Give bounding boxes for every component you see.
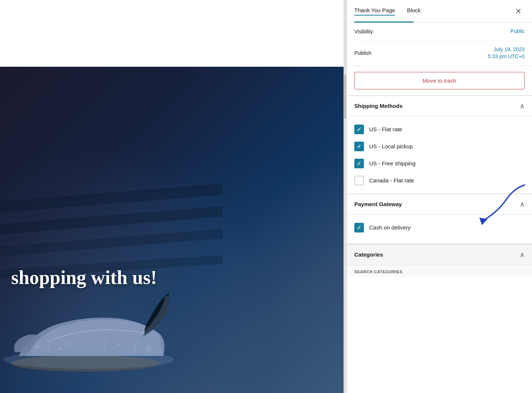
checkmark-icon: ✓ (357, 144, 361, 149)
editor-canvas: shopping with us! (0, 0, 344, 393)
payment-option-cash-on-delivery: ✓ Cash on delivery (354, 219, 525, 236)
close-button[interactable]: ✕ (512, 6, 525, 16)
categories-title: Categories (354, 251, 383, 258)
publish-value[interactable]: July 19, 2023 5:33 pm UTC+0 (488, 46, 525, 60)
payment-gateway-content: ✓ Cash on delivery (347, 215, 532, 244)
checkbox-us-free-shipping[interactable]: ✓ (354, 159, 364, 168)
svg-line-3 (0, 234, 223, 252)
label-us-free-shipping: US - Free shipping (369, 160, 416, 166)
editor-area: shopping with us! (0, 0, 344, 393)
sidebar: Thank You Page Block ✕ Visibility Public… (347, 0, 532, 393)
checkmark-icon: ✓ (357, 161, 361, 166)
shipping-option-us-flat-rate: ✓ US - Flat rate (354, 121, 525, 138)
checkmark-icon: ✓ (357, 127, 361, 132)
visibility-value[interactable]: Public (510, 28, 525, 35)
categories-section: Categories ∧ SEARCH CATEGORIES (347, 244, 532, 277)
sidebar-header: Thank You Page Block ✕ (347, 0, 532, 23)
svg-line-2 (0, 211, 223, 230)
publish-row: Publish July 19, 2023 5:33 pm UTC+0 (354, 41, 525, 66)
svg-point-10 (145, 346, 151, 351)
svg-point-6 (4, 350, 174, 369)
search-categories-label: SEARCH CATEGORIES (347, 265, 532, 277)
payment-gateway-section-header[interactable]: Payment Gateway ∧ (347, 194, 532, 215)
checkbox-us-local-pickup[interactable]: ✓ (354, 142, 364, 151)
publish-label: Publish (354, 50, 371, 56)
checkmark-icon: ✓ (357, 225, 361, 230)
shipping-option-us-free-shipping: ✓ US - Free shipping (354, 155, 525, 172)
tab-block[interactable]: Block (407, 7, 421, 16)
shipping-option-us-local-pickup: ✓ US - Local pickup (354, 138, 525, 155)
meta-section: Visibility Public Publish July 19, 2023 … (347, 23, 532, 66)
visibility-label: Visibility (354, 29, 373, 34)
checkbox-canada-flat-rate[interactable] (354, 176, 364, 185)
shipping-methods-section-header[interactable]: Shipping Methods ∧ (347, 96, 532, 116)
svg-point-9 (117, 343, 121, 347)
scrollbar[interactable] (344, 0, 347, 393)
label-us-local-pickup: US - Local pickup (369, 143, 413, 149)
checkbox-cash-on-delivery[interactable]: ✓ (354, 223, 364, 232)
svg-point-8 (65, 341, 68, 344)
label-us-flat-rate: US - Flat rate (369, 126, 402, 132)
sidebar-content: Visibility Public Publish July 19, 2023 … (347, 23, 532, 393)
hero-text: shopping with us! (11, 266, 332, 289)
svg-point-11 (58, 347, 60, 350)
checkbox-us-flat-rate[interactable]: ✓ (354, 125, 364, 134)
categories-chevron-icon: ∧ (520, 251, 525, 259)
scrollbar-thumb[interactable] (344, 74, 346, 119)
hero-image: shopping with us! (0, 67, 344, 393)
visibility-row: Visibility Public (354, 23, 525, 41)
shipping-option-canada-flat-rate: Canada - Flat rate (354, 172, 525, 189)
payment-gateway-title: Payment Gateway (354, 201, 402, 207)
label-cash-on-delivery: Cash on delivery (369, 224, 411, 231)
svg-point-7 (35, 344, 39, 349)
shipping-methods-content: ✓ US - Flat rate ✓ US - Local pickup ✓ U… (347, 116, 532, 194)
tab-thank-you-page[interactable]: Thank You Page (354, 7, 395, 16)
categories-section-header[interactable]: Categories ∧ (347, 244, 532, 265)
sidebar-tabs: Thank You Page Block (354, 7, 512, 16)
shipping-methods-title: Shipping Methods (354, 103, 403, 109)
payment-gateway-chevron-icon: ∧ (520, 200, 525, 208)
svg-line-1 (0, 189, 223, 208)
shipping-methods-chevron-icon: ∧ (520, 102, 525, 110)
move-to-trash-button[interactable]: Move to trash (354, 72, 525, 89)
label-canada-flat-rate: Canada - Flat rate (369, 177, 414, 184)
